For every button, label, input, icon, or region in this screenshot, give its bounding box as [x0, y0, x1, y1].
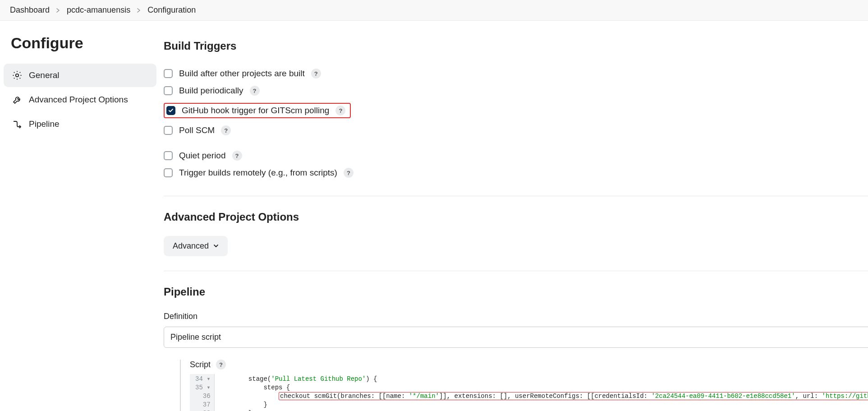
- sidebar-item-advanced[interactable]: Advanced Project Options: [4, 88, 156, 111]
- chevron-down-icon: [213, 241, 219, 251]
- breadcrumb-dashboard[interactable]: Dashboard: [10, 5, 50, 15]
- checkbox[interactable]: [164, 86, 173, 95]
- section-advanced-title: Advanced Project Options: [164, 211, 868, 223]
- gear-icon: [12, 70, 23, 81]
- trigger-option: Quiet period ?: [164, 147, 868, 164]
- sidebar-item-label: General: [29, 70, 60, 80]
- option-label: Quiet period: [179, 151, 226, 161]
- help-icon[interactable]: ?: [221, 125, 231, 135]
- section-pipeline-title: Pipeline: [164, 286, 868, 298]
- pipeline-icon: [12, 119, 23, 129]
- checkbox[interactable]: [164, 126, 173, 135]
- help-icon[interactable]: ?: [311, 69, 321, 79]
- sidebar-item-pipeline[interactable]: Pipeline: [4, 112, 156, 136]
- script-area: Script ? 34 ▾ 35 ▾ 36 37 38 stage('Pull …: [180, 360, 868, 411]
- option-label: Build periodically: [179, 86, 243, 96]
- help-icon[interactable]: ?: [250, 86, 260, 96]
- option-label: Trigger builds remotely (e.g., from scri…: [179, 168, 337, 178]
- chevron-right-icon: [56, 5, 60, 15]
- trigger-option: Build after other projects are built ?: [164, 65, 868, 82]
- main-content: Build Triggers Build after other project…: [160, 21, 868, 411]
- breadcrumb: Dashboard pcdc-amanuensis Configuration: [0, 0, 868, 21]
- option-label: GitHub hook trigger for GITScm polling: [182, 106, 329, 115]
- trigger-option: Build periodically ?: [164, 82, 868, 99]
- svg-point-0: [16, 74, 18, 77]
- breadcrumb-project[interactable]: pcdc-amanuensis: [67, 5, 130, 15]
- sidebar: Configure General Advanced Project Optio…: [0, 21, 160, 148]
- section-build-triggers-title: Build Triggers: [164, 40, 868, 52]
- checkbox[interactable]: [164, 168, 173, 177]
- advanced-button[interactable]: Advanced: [164, 236, 228, 256]
- page-title: Configure: [4, 32, 156, 63]
- sidebar-item-general[interactable]: General: [4, 64, 156, 87]
- code-lines[interactable]: stage('Pull Latest Github Repo') { steps…: [215, 374, 868, 411]
- trigger-option: Trigger builds remotely (e.g., from scri…: [164, 164, 868, 181]
- option-label: Build after other projects are built: [179, 69, 305, 79]
- help-icon[interactable]: ?: [335, 106, 345, 115]
- trigger-option-highlighted: GitHub hook trigger for GITScm polling ?: [164, 99, 868, 122]
- highlight-box: GitHub hook trigger for GITScm polling ?: [164, 103, 351, 118]
- divider: [164, 271, 868, 271]
- trigger-option: Poll SCM ?: [164, 122, 868, 139]
- chevron-right-icon: [137, 5, 141, 15]
- checkbox-checked[interactable]: [166, 106, 175, 115]
- code-editor[interactable]: 34 ▾ 35 ▾ 36 37 38 stage('Pull Latest Gi…: [181, 374, 868, 411]
- wrench-icon: [12, 94, 23, 105]
- line-gutter: 34 ▾ 35 ▾ 36 37 38: [190, 374, 215, 411]
- checkbox[interactable]: [164, 151, 173, 160]
- definition-select[interactable]: Pipeline script: [164, 327, 868, 348]
- checkbox[interactable]: [164, 69, 173, 78]
- advanced-button-label: Advanced: [173, 241, 209, 251]
- sidebar-item-label: Advanced Project Options: [29, 95, 128, 105]
- help-icon[interactable]: ?: [344, 168, 354, 178]
- sidebar-item-label: Pipeline: [29, 119, 60, 129]
- divider: [164, 196, 868, 196]
- definition-label: Definition: [164, 312, 868, 321]
- breadcrumb-configuration[interactable]: Configuration: [147, 5, 196, 15]
- option-label: Poll SCM: [179, 125, 215, 135]
- help-icon[interactable]: ?: [216, 360, 226, 369]
- help-icon[interactable]: ?: [232, 151, 242, 161]
- script-label: Script: [190, 360, 211, 369]
